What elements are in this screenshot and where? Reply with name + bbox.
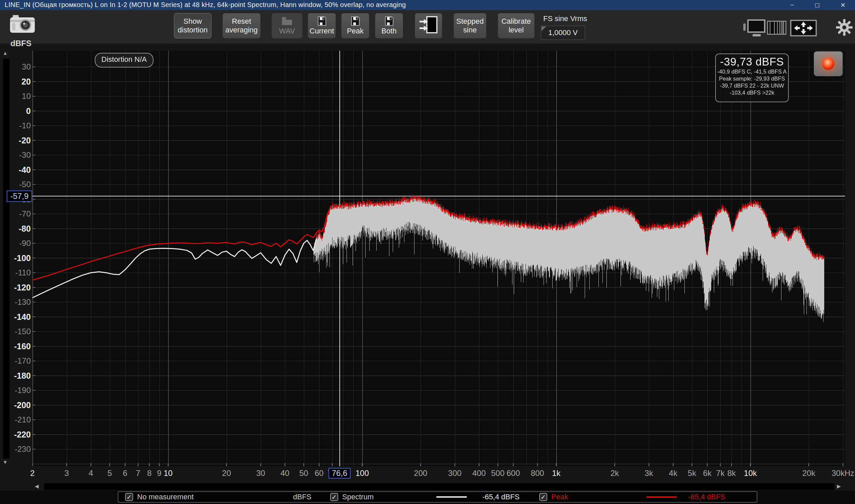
reset-averaging-label: Reset averaging xyxy=(223,17,260,34)
x-tick-label: 30kHz xyxy=(828,469,855,478)
y-tick-label: -100 xyxy=(10,253,31,263)
folder-icon xyxy=(282,16,292,26)
spectrum-line-swatch xyxy=(436,496,467,498)
y-tick-label: -200 xyxy=(10,400,31,410)
monitor-icon xyxy=(743,19,765,38)
y-tick-label: -20 xyxy=(10,136,31,145)
x-tick-label: 1k xyxy=(541,469,571,478)
settings-gear-icon xyxy=(836,19,853,37)
calibrate-level-button[interactable]: Calibrate level xyxy=(498,13,535,38)
y-tick-label: 10 xyxy=(10,91,31,101)
y-tick-label: -210 xyxy=(10,415,31,425)
peak-label: Peak xyxy=(347,27,364,35)
display-mode-button[interactable] xyxy=(743,19,765,38)
toolbar: Show distortion Reset averaging WAV xyxy=(0,10,855,44)
status-bar: ✓ No measurement dBFS ✓ Spectrum -65,4 d… xyxy=(0,491,855,504)
close-button[interactable]: × xyxy=(835,0,851,10)
stepped-sine-button[interactable]: Stepped sine xyxy=(454,13,486,38)
rms-level-value: -39,73 dBFS xyxy=(716,55,788,68)
scroll-down-icon[interactable]: ▼ xyxy=(3,459,8,465)
level-info-box: -39,73 dBFS -40,9 dBFS C, -41,5 dBFS A P… xyxy=(715,53,789,102)
y-tick-label: -80 xyxy=(10,223,31,234)
import-button[interactable] xyxy=(415,13,442,38)
spectrum-plot[interactable] xyxy=(32,51,845,466)
y-tick-label: -90 xyxy=(10,238,31,248)
y-tick-label: -50 xyxy=(10,179,31,190)
scroll-right-icon[interactable]: ▶ xyxy=(837,483,841,489)
y-tick-label: -30 xyxy=(10,150,31,160)
wav-label: WAV xyxy=(279,27,295,35)
scroll-up-icon[interactable]: ▲ xyxy=(3,50,8,56)
fs-sine-vrms-input[interactable] xyxy=(541,26,585,40)
save-current-button[interactable]: Current xyxy=(308,13,336,38)
vertical-scrollbar[interactable] xyxy=(3,59,10,458)
weighted-levels: -40,9 dBFS C, -41,5 dBFS A xyxy=(716,68,788,75)
camera-icon xyxy=(10,15,35,34)
y-tick-label: -110 xyxy=(10,268,31,278)
x-tick-label: 200 xyxy=(405,469,436,478)
peak-checkbox[interactable]: ✓ xyxy=(539,493,547,501)
horizontal-scrollbar[interactable] xyxy=(44,483,834,490)
x-tick-label: 100 xyxy=(347,469,377,478)
y-tick-label: -160 xyxy=(10,341,31,351)
y-tick-label: -180 xyxy=(10,371,31,381)
record-button[interactable] xyxy=(814,51,843,76)
y-tick-label: -170 xyxy=(10,356,31,366)
x-tick-label: 20k xyxy=(794,469,824,478)
y-tick-label: -120 xyxy=(10,283,31,292)
x-tick-label: 10k xyxy=(735,469,765,478)
import-icon xyxy=(419,15,438,36)
maximize-button[interactable]: □ xyxy=(809,0,825,10)
reset-averaging-button[interactable]: Reset averaging xyxy=(223,13,261,38)
x-tick-label: 20 xyxy=(211,469,242,478)
peak-cursor-value: -65,4 dBFS xyxy=(688,492,725,502)
y-tick-label: -140 xyxy=(10,312,31,322)
y-tick-label: -70 xyxy=(10,209,31,219)
distortion-badge: Distortion N/A xyxy=(95,53,154,68)
screenshot-button[interactable] xyxy=(10,15,36,35)
freq-scale-button[interactable] xyxy=(767,21,786,36)
y-tick-label: 0 xyxy=(10,106,31,116)
legend-box: ✓ No measurement dBFS ✓ Spectrum -65,4 d… xyxy=(118,491,757,503)
y-tick-label: -10 xyxy=(10,121,31,131)
window-title: LINE_IN (Общая громкость) L on In 1-2 (M… xyxy=(5,1,406,9)
y-tick-label: -40 xyxy=(10,165,31,175)
save-both-button[interactable]: Both xyxy=(375,13,403,38)
stepped-sine-label: Stepped sine xyxy=(454,17,486,34)
cursor-level-readout: -57,9 xyxy=(7,191,32,202)
pan-arrows-icon xyxy=(790,20,817,38)
peak-line-swatch xyxy=(646,496,677,498)
wav-button[interactable]: WAV xyxy=(272,13,302,38)
spectrum-analyzer-app: LINE_IN (Общая громкость) L on In 1-2 (M… xyxy=(0,0,855,504)
calibrate-level-label: Calibrate level xyxy=(498,17,534,34)
scroll-left-icon[interactable]: ◀ xyxy=(35,483,39,489)
current-label: Current xyxy=(310,27,334,35)
band-level: -39,7 dBFS 22 - 22k UNW xyxy=(716,82,788,89)
settings-button[interactable] xyxy=(836,19,853,37)
x-tick-label: 2 xyxy=(17,469,48,478)
spectrum-cursor-value: -65,4 dBFS xyxy=(482,492,520,502)
y-tick-label: -190 xyxy=(10,385,31,395)
unit-label: dBFS xyxy=(293,492,311,502)
y-tick-label: 30 xyxy=(10,62,31,72)
y-tick-label: -230 xyxy=(10,444,31,454)
y-tick-label: -130 xyxy=(10,297,31,307)
pan-zoom-button[interactable] xyxy=(790,20,817,38)
peak-label: Peak xyxy=(551,492,568,502)
minimize-button[interactable]: − xyxy=(784,0,800,10)
no-measurement-label: No measurement xyxy=(137,492,194,502)
save-peak-button[interactable]: Peak xyxy=(341,13,369,38)
title-bar: LINE_IN (Общая громкость) L on In 1-2 (M… xyxy=(0,0,855,10)
x-tick-label: 10 xyxy=(153,469,183,478)
floppy-icon xyxy=(317,16,326,26)
spectrum-checkbox[interactable]: ✓ xyxy=(330,493,338,501)
y-tick-label: 20 xyxy=(10,76,31,87)
both-label: Both xyxy=(381,27,396,35)
fs-input-spinner[interactable] xyxy=(542,26,546,31)
floppy-icon xyxy=(351,16,360,26)
fs-sine-vrms-label: FS sine Vrms xyxy=(543,14,587,23)
cursor-freq-readout: 76,6 xyxy=(329,468,351,479)
no-measurement-checkbox[interactable]: ✓ xyxy=(125,493,133,501)
y-tick-label: -220 xyxy=(10,430,31,439)
show-distortion-button[interactable]: Show distortion xyxy=(174,13,211,38)
